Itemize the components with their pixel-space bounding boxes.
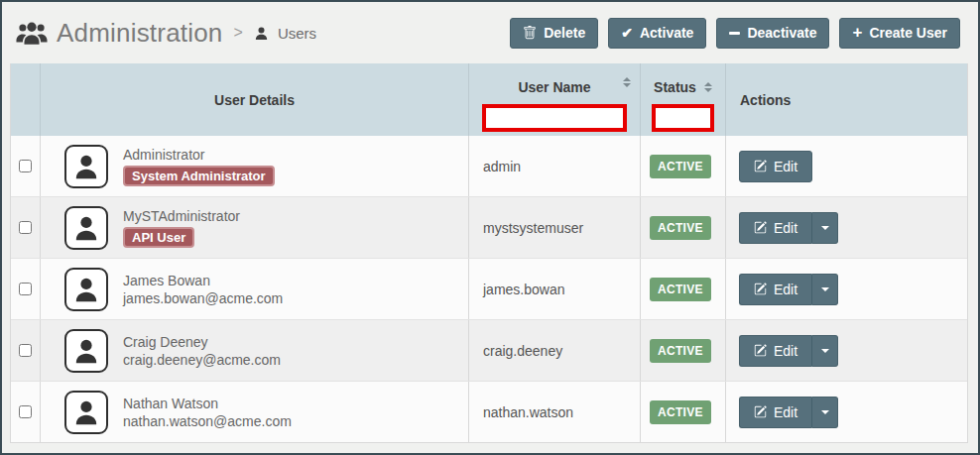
avatar (64, 268, 108, 311)
user-display-name: James Bowan (123, 273, 210, 288)
edit-button-label: Edit (774, 159, 797, 174)
edit-button[interactable]: Edit (739, 212, 811, 244)
chevron-down-icon (821, 410, 829, 414)
user-email: nathan.watson@acme.com (123, 413, 292, 429)
activate-button-label: Activate (640, 25, 693, 41)
edit-button[interactable]: Edit (739, 274, 811, 305)
status-badge: ACTIVE (650, 216, 711, 240)
header-status: Status (641, 63, 726, 136)
edit-dropdown-button[interactable] (811, 335, 838, 367)
status-badge: ACTIVE (650, 339, 711, 363)
table-row: Nathan Watson nathan.watson@acme.com nat… (11, 381, 967, 442)
edit-button[interactable]: Edit (739, 397, 811, 428)
edit-icon (754, 283, 767, 295)
user-email: james.bowan@acme.com (123, 290, 283, 306)
delete-button-label: Delete (544, 25, 585, 41)
username-cell: james.bowan (469, 259, 641, 319)
header-checkbox-column (11, 63, 41, 136)
header-user-details: User Details (41, 63, 469, 136)
status-badge: ACTIVE (650, 400, 711, 424)
users-group-icon (16, 22, 48, 45)
minus-icon (729, 32, 740, 35)
role-badge: API User (123, 227, 194, 248)
create-user-button[interactable]: + Create User (839, 18, 960, 49)
topbar: Administration > Users Delete (2, 2, 978, 63)
edit-dropdown-button[interactable] (811, 274, 838, 305)
breadcrumb: Administration > Users (16, 18, 316, 49)
header-actions: Actions (726, 63, 967, 136)
table-row: MySTAdministrator API User mystsystemuse… (11, 196, 967, 258)
header-user-details-label: User Details (214, 92, 295, 108)
header-user-name-label: User Name (518, 79, 590, 95)
toolbar-buttons: Delete ✔ Activate Deactivate + Create Us… (510, 18, 960, 49)
edit-button-label: Edit (774, 282, 797, 297)
deactivate-button-label: Deactivate (747, 25, 816, 41)
sort-icon[interactable] (623, 77, 631, 87)
admin-window: Administration > Users Delete (0, 0, 980, 455)
edit-icon (754, 160, 767, 172)
edit-button[interactable]: Edit (739, 335, 811, 367)
avatar (64, 145, 108, 188)
user-display-name: Nathan Watson (123, 396, 218, 411)
edit-button-label: Edit (774, 404, 797, 420)
table-row: James Bowan james.bowan@acme.com james.b… (11, 258, 967, 319)
edit-button-label: Edit (774, 220, 797, 236)
user-display-name: Craig Deeney (123, 334, 208, 350)
avatar (64, 329, 108, 373)
page-title: Administration (57, 18, 223, 49)
status-filter-input[interactable] (652, 104, 714, 132)
edit-icon (754, 344, 767, 357)
edit-button[interactable]: Edit (739, 151, 812, 182)
sort-icon[interactable] (704, 82, 712, 92)
deactivate-button[interactable]: Deactivate (716, 18, 829, 49)
delete-button[interactable]: Delete (510, 18, 598, 49)
users-table: User Details User Name Status Actions (10, 63, 968, 443)
avatar (64, 206, 108, 250)
plus-icon: + (852, 26, 862, 40)
activate-button[interactable]: ✔ Activate (608, 18, 706, 49)
username-cell: admin (469, 136, 641, 196)
row-checkbox[interactable] (19, 160, 32, 172)
header-user-name: User Name (469, 63, 641, 136)
status-badge: ACTIVE (650, 278, 711, 301)
check-icon: ✔ (621, 25, 633, 41)
header-status-label: Status (654, 79, 696, 95)
row-checkbox[interactable] (19, 283, 32, 295)
table-header: User Details User Name Status Actions (11, 63, 967, 136)
trash-icon (523, 26, 537, 40)
breadcrumb-separator: > (234, 24, 243, 42)
edit-button-label: Edit (774, 343, 797, 359)
username-cell: nathan.watson (469, 382, 641, 442)
create-user-button-label: Create User (869, 25, 947, 41)
user-name-filter-input[interactable] (482, 104, 627, 132)
edit-icon (754, 221, 767, 234)
breadcrumb-section: Users (278, 25, 316, 42)
table-row: Administrator System Administrator admin… (11, 136, 967, 196)
row-checkbox[interactable] (19, 221, 32, 234)
header-actions-label: Actions (740, 92, 967, 108)
username-cell: mystsystemuser (469, 197, 641, 258)
chevron-down-icon (821, 287, 829, 291)
row-checkbox[interactable] (19, 344, 32, 357)
chevron-down-icon (821, 226, 829, 230)
user-display-name: Administrator (123, 147, 204, 163)
chevron-down-icon (821, 349, 829, 353)
row-checkbox[interactable] (19, 405, 32, 418)
user-email: craig.deeney@acme.com (123, 352, 281, 368)
edit-dropdown-button[interactable] (811, 397, 838, 428)
role-badge: System Administrator (123, 166, 275, 186)
avatar (64, 391, 108, 434)
username-cell: craig.deeney (469, 320, 641, 381)
edit-icon (754, 405, 767, 418)
edit-dropdown-button[interactable] (811, 212, 838, 244)
table-body: Administrator System Administrator admin… (11, 136, 967, 442)
table-row: Craig Deeney craig.deeney@acme.com craig… (11, 319, 967, 381)
user-display-name: MySTAdministrator (123, 208, 240, 224)
user-icon (254, 26, 269, 41)
status-badge: ACTIVE (650, 155, 711, 178)
